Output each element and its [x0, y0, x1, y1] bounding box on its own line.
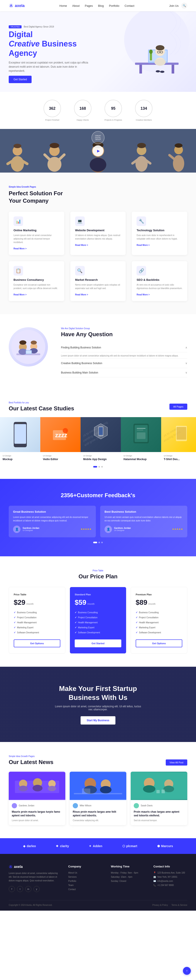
all-pages-button[interactable]: All Pages — [169, 404, 187, 410]
footer-logo: axela — [9, 865, 60, 869]
social-twitter[interactable]: t — [17, 886, 23, 892]
case-card-0[interactable]: UI Design Mockup — [0, 417, 40, 463]
svg-point-11 — [156, 45, 164, 50]
svg-point-37 — [136, 156, 148, 172]
case-dot-0[interactable] — [93, 466, 97, 468]
case-studies-pagination — [0, 463, 196, 470]
case-card-info-1: UI Design Vedio Editor — [40, 452, 81, 463]
navigation: axela Home About Pages Blog Portfolio Co… — [0, 0, 196, 11]
hero-text: TRUSTED Best Digital Agency Since 2019 D… — [9, 24, 92, 83]
footer-terms[interactable]: Terms & Service — [171, 904, 187, 906]
test-dot-0[interactable] — [93, 542, 97, 543]
nav-home[interactable]: Home — [60, 4, 67, 7]
service-icon-1: 💻 — [75, 216, 85, 226]
news-card-img-1: Technology — [70, 772, 126, 800]
play-button[interactable] — [93, 145, 103, 156]
phone-icon: 📞 — [153, 884, 156, 886]
nav-login[interactable]: Join Us — [169, 4, 179, 7]
case-studies-header: Best Portfolio for you Our Latest Case S… — [0, 401, 196, 412]
footer-link-1[interactable]: Services — [68, 876, 102, 878]
service-read-more-4[interactable]: Read More > — [75, 293, 88, 296]
service-card-1: 💻 Website Development Ut labore et dolor… — [70, 212, 126, 255]
logo-icon — [9, 3, 14, 8]
video-badge: GREAT DIGITAL GROUP — [92, 131, 104, 144]
stat-members: 134 Creative Members — [135, 100, 152, 121]
nav-pages[interactable]: Pages — [85, 4, 93, 7]
service-name-4: Market Research — [75, 278, 121, 282]
price-btn-2[interactable]: Get Options — [136, 640, 182, 647]
case-card-info-4: UI Design T-Shirt Des... — [161, 452, 196, 463]
yellow-svg: want to create amazing brand — [164, 419, 196, 450]
pricing-title: Our Price Plan — [9, 573, 187, 580]
case-card-img-0 — [0, 417, 40, 452]
nav-about[interactable]: About — [72, 4, 79, 7]
case-dot-2[interactable] — [101, 466, 103, 468]
news-card-title-2[interactable]: Proin mauris chas largas ame aptent sed … — [134, 810, 184, 818]
faq-item-0[interactable]: Finding Building Business Solution ∧ — [61, 343, 187, 352]
price-btn-0[interactable]: Get Options — [14, 640, 60, 647]
service-name-2: Technology Solution — [136, 229, 182, 232]
partner-icon-0: ◆ — [23, 844, 25, 848]
price-card-2: Premium Plan $89 /month Business Consult… — [131, 587, 187, 654]
footer-link-0[interactable]: About Us — [68, 872, 102, 874]
social-facebook[interactable]: f — [9, 886, 15, 892]
svg-point-20 — [11, 156, 24, 172]
footer-link-2[interactable]: Portfolio — [68, 880, 102, 882]
partner-icon-1: ❖ — [56, 844, 58, 848]
footer: axela Lorem ipsum dolor sit amet, consec… — [0, 854, 196, 911]
footer-privacy[interactable]: Privacy & Policy — [152, 904, 168, 906]
service-read-more-0[interactable]: Read More > — [14, 247, 27, 250]
faq-illustration — [11, 329, 46, 364]
stat-clients: 168 Happy Clients — [74, 100, 92, 121]
news-avatar-2 — [134, 803, 139, 808]
faq-circle-image — [9, 327, 48, 366]
news-card-body-2: Sarah Davis Proin mauris chas largas ame… — [131, 800, 187, 825]
test-dot-2[interactable] — [101, 542, 103, 543]
testimonials-pagination — [9, 542, 187, 543]
view-all-button[interactable]: View All Post — [166, 759, 187, 765]
news-title: Our Latest News — [9, 759, 53, 765]
news-card-body-1: Mike Wilson Risus proin mauris largas am… — [70, 800, 126, 825]
footer-link-3[interactable]: Team — [68, 884, 102, 886]
partner-clarity: ❖ clarity — [56, 844, 69, 848]
testimonial-avatar-0: 👤 — [13, 525, 21, 533]
service-desc-2: Duis aute irure dolor in reprehenderit i… — [136, 234, 182, 241]
svg-point-44 — [175, 143, 182, 148]
footer-brand: axela Lorem ipsum dolor sit amet, consec… — [9, 865, 60, 892]
svg-point-46 — [11, 330, 45, 364]
test-dot-1[interactable] — [98, 542, 100, 543]
service-read-more-1[interactable]: Read More > — [75, 244, 88, 246]
svg-point-49 — [19, 340, 26, 345]
case-card-2[interactable]: want to create amazing branding design a… — [81, 417, 121, 463]
logo[interactable]: axela — [9, 3, 25, 8]
price-period-1: /month — [87, 603, 95, 605]
cta-button[interactable]: Start My Business — [81, 716, 115, 724]
faq-image-container — [9, 327, 52, 366]
social-linkedin[interactable]: in — [25, 886, 32, 892]
case-card-3[interactable]: UI Design Hatammal Mockup — [121, 417, 161, 463]
search-icon[interactable]: 🔍 — [181, 3, 187, 9]
price-btn-1[interactable]: Get Started — [75, 640, 121, 647]
hero-cta-button[interactable]: Get Started — [9, 76, 32, 83]
news-card-title-0[interactable]: Mauris proin mauris largas turpis famo a… — [12, 810, 62, 818]
footer-top: axela Lorem ipsum dolor sit amet, consec… — [9, 865, 187, 892]
service-read-more-2[interactable]: Read More > — [136, 244, 150, 246]
nav-blog[interactable]: Blog — [98, 4, 104, 7]
faq-item-2[interactable]: Business Building Main Solution ∨ — [61, 368, 187, 377]
news-card-title-1[interactable]: Risus proin mauris largas ame felit apte… — [73, 810, 123, 818]
service-icon-0: 📊 — [14, 216, 23, 226]
service-card-3: 📋 Business Consultancy Excepteur sint oc… — [9, 261, 64, 301]
footer-link-4[interactable]: Contact — [68, 888, 102, 891]
case-studies-title: Our Latest Case Studies — [9, 405, 74, 412]
case-dot-1[interactable] — [98, 466, 100, 468]
service-read-more-5[interactable]: Read More > — [136, 293, 150, 296]
nav-contact[interactable]: Contact — [125, 4, 134, 7]
social-youtube[interactable]: y — [33, 886, 40, 892]
news-card-desc-0: Lorem ipsum dolor sit amet. — [12, 819, 62, 822]
faq-item-1[interactable]: Creative Building Business Solution ∨ — [61, 359, 187, 368]
case-card-4[interactable]: want to create amazing brand UI Design T… — [161, 417, 196, 463]
services-grid: 📊 Online Marketing Lorem ipsum dolor sit… — [9, 212, 187, 301]
case-card-1[interactable]: zzzz UI Design Vedio Editor — [40, 417, 81, 463]
nav-portfolio[interactable]: Portfolio — [109, 4, 119, 7]
service-read-more-3[interactable]: Read More > — [14, 293, 27, 296]
